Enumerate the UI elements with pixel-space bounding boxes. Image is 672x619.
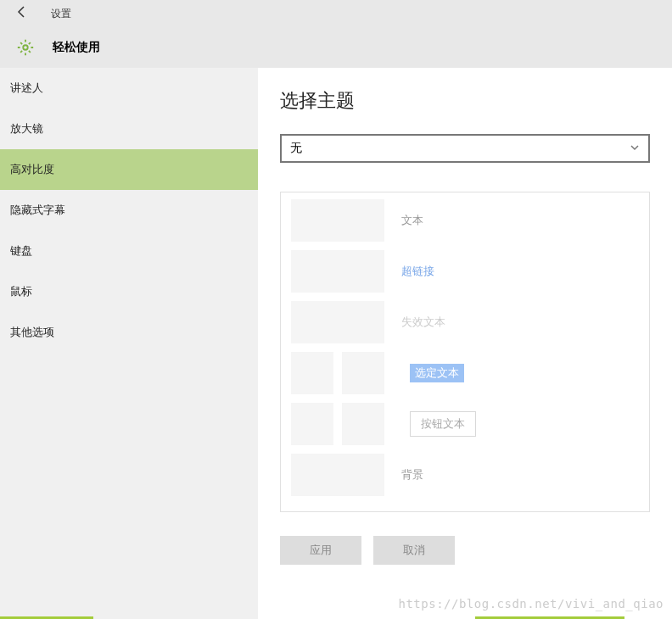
sidebar-item-high-contrast[interactable]: 高对比度	[0, 149, 258, 190]
button-fg-swatch[interactable]	[291, 403, 333, 445]
selected-bg-swatch[interactable]	[342, 352, 384, 394]
background-label: 背景	[401, 467, 423, 482]
apply-button[interactable]: 应用	[280, 536, 361, 565]
gear-icon	[14, 36, 37, 59]
selected-label: 选定文本	[410, 364, 464, 382]
preview-row-button: 按钮文本	[291, 403, 639, 445]
theme-select-dropdown[interactable]: 无	[280, 134, 650, 163]
sidebar-item-magnifier[interactable]: 放大镜	[0, 109, 258, 149]
disabled-label: 失效文本	[401, 315, 445, 330]
hyperlink-color-swatch[interactable]	[291, 250, 384, 293]
watermark-text: https://blog.csdn.net/vivi_and_qiao	[398, 597, 664, 611]
preview-row-background: 背景	[291, 454, 639, 496]
chevron-down-icon	[630, 142, 640, 155]
selected-fg-swatch[interactable]	[291, 352, 333, 394]
sidebar-item-mouse[interactable]: 鼠标	[0, 271, 258, 312]
header-bar: 设置	[0, 0, 672, 27]
header-title: 设置	[51, 7, 71, 21]
sidebar-item-narrator[interactable]: 讲述人	[0, 68, 258, 109]
sidebar-item-keyboard[interactable]: 键盘	[0, 231, 258, 271]
preview-row-text: 文本	[291, 199, 639, 242]
preview-row-hyperlink: 超链接	[291, 250, 639, 293]
button-row: 应用 取消	[280, 536, 650, 565]
button-text-label: 按钮文本	[410, 411, 476, 437]
disabled-color-swatch[interactable]	[291, 301, 384, 343]
preview-row-disabled: 失效文本	[291, 301, 639, 343]
text-label: 文本	[401, 213, 423, 228]
cancel-button[interactable]: 取消	[373, 536, 455, 565]
background-color-swatch[interactable]	[291, 454, 384, 496]
content-pane: 选择主题 无 文本 超链接 失效文本	[258, 68, 672, 619]
hyperlink-label: 超链接	[401, 264, 434, 279]
main-container: 讲述人 放大镜 高对比度 隐藏式字幕 键盘 鼠标 其他选项 选择主题 无 文本 …	[0, 68, 672, 619]
subheader-bar: 轻松使用	[0, 27, 672, 68]
sidebar-item-other-options[interactable]: 其他选项	[0, 312, 258, 353]
theme-preview-box: 文本 超链接 失效文本 选定文本	[280, 192, 650, 512]
text-color-swatch[interactable]	[291, 199, 384, 242]
page-title: 选择主题	[280, 88, 650, 114]
preview-row-selected: 选定文本	[291, 352, 639, 394]
subheader-title: 轻松使用	[53, 40, 100, 55]
svg-point-0	[23, 45, 28, 50]
theme-select-value: 无	[290, 141, 302, 156]
sidebar-item-closed-captions[interactable]: 隐藏式字幕	[0, 190, 258, 231]
back-arrow-icon[interactable]	[15, 5, 36, 22]
button-bg-swatch[interactable]	[342, 403, 384, 445]
sidebar: 讲述人 放大镜 高对比度 隐藏式字幕 键盘 鼠标 其他选项	[0, 68, 258, 619]
